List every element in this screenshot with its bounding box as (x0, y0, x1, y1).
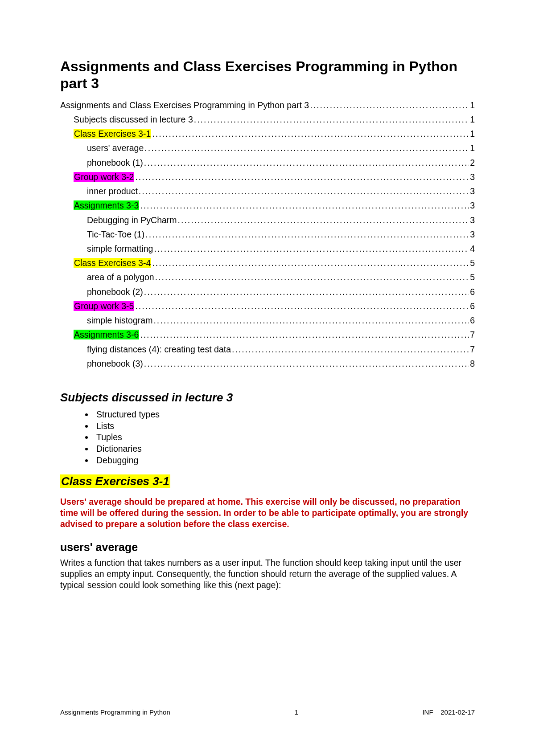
toc-row[interactable]: phonebook (3)8 (87, 357, 475, 370)
toc-page: 8 (470, 357, 475, 370)
toc-row[interactable]: Subjects discussed in lecture 31 (74, 113, 475, 126)
page-footer: Assignments Programming in Python 1 INF … (60, 708, 475, 716)
toc-page: 3 (470, 213, 475, 227)
toc-leader (154, 242, 469, 255)
toc-label: Group work 3-5 (74, 299, 134, 313)
toc-label: simple formatting (87, 242, 153, 255)
toc-highlight: Group work 3-2 (74, 172, 134, 182)
users-average-heading: users' average (60, 541, 475, 554)
section-ce31-heading: Class Exercises 3-1 (60, 474, 475, 488)
toc-page: 5 (470, 270, 475, 284)
list-item: Structured types (94, 409, 475, 421)
toc-leader (140, 199, 469, 212)
toc-row[interactable]: Class Exercises 3-11 (74, 127, 475, 140)
toc-row[interactable]: area of a polygon5 (87, 270, 475, 284)
toc-row[interactable]: users' average1 (87, 141, 475, 155)
toc-page: 3 (470, 184, 475, 198)
toc-page: 1 (470, 98, 475, 112)
toc-row[interactable]: Group work 3-23 (74, 170, 475, 184)
toc-highlight: Assignments 3-3 (74, 200, 139, 210)
ce31-warning-note: Users' average should be prepared at hom… (60, 496, 475, 530)
toc-label: Group work 3-2 (74, 170, 134, 184)
toc-highlight: Group work 3-5 (74, 301, 134, 311)
page: Assignments and Class Exercises Programm… (0, 0, 535, 756)
toc-label: Tic-Tac-Toe (1) (87, 228, 144, 241)
toc-row[interactable]: flying distances (4): creating test data… (87, 343, 475, 356)
toc-row[interactable]: simple formatting4 (87, 242, 475, 255)
toc-leader (232, 343, 469, 356)
toc-leader (139, 184, 469, 198)
toc-label: Class Exercises 3-4 (74, 256, 151, 270)
toc-highlight: Assignments 3-6 (74, 330, 139, 339)
toc-row[interactable]: Assignments and Class Exercises Programm… (60, 98, 475, 112)
toc-label: Debugging in PyCharm (87, 213, 177, 227)
toc-label: phonebook (1) (87, 156, 143, 169)
toc-label: flying distances (4): creating test data (87, 343, 231, 356)
toc-leader (144, 141, 469, 155)
footer-right: INF – 2021-02-17 (422, 708, 475, 716)
toc-page: 7 (470, 328, 475, 341)
toc-leader (145, 228, 469, 241)
toc-row[interactable]: simple histogram6 (87, 314, 475, 327)
toc-page: 5 (470, 256, 475, 270)
toc-label: phonebook (3) (87, 357, 143, 370)
toc-page: 1 (470, 127, 475, 140)
page-title: Assignments and Class Exercises Programm… (60, 58, 475, 92)
toc-page: 6 (470, 285, 475, 298)
toc-leader (152, 127, 469, 140)
users-average-body: Writes a function that takes numbers as … (60, 557, 475, 591)
toc-row[interactable]: Group work 3-56 (74, 299, 475, 313)
list-item: Debugging (94, 455, 475, 466)
toc-label: Assignments 3-3 (74, 199, 139, 212)
toc-leader (144, 285, 469, 298)
toc-row[interactable]: phonebook (2)6 (87, 285, 475, 298)
toc-label: area of a polygon (87, 270, 154, 284)
toc-leader (140, 328, 469, 341)
toc-leader (155, 270, 469, 284)
toc-leader (153, 314, 469, 327)
toc-page: 3 (470, 170, 475, 184)
toc-leader (178, 213, 469, 227)
toc-label: phonebook (2) (87, 285, 143, 298)
toc-label: Class Exercises 3-1 (74, 127, 151, 140)
toc-highlight: Class Exercises 3-4 (74, 258, 151, 268)
toc-row[interactable]: Debugging in PyCharm3 (87, 213, 475, 227)
toc-row[interactable]: Tic-Tac-Toe (1)3 (87, 228, 475, 241)
toc-page: 3 (470, 199, 475, 212)
toc-row[interactable]: phonebook (1)2 (87, 156, 475, 169)
toc-row[interactable]: Assignments 3-67 (74, 328, 475, 341)
toc-page: 3 (470, 228, 475, 241)
list-item: Lists (94, 421, 475, 432)
toc-label: inner product (87, 184, 138, 198)
toc-leader (135, 299, 469, 313)
section-subjects-heading: Subjects discussed in lecture 3 (60, 391, 475, 405)
toc-page: 6 (470, 299, 475, 313)
toc-page: 7 (470, 343, 475, 356)
toc-highlight: Class Exercises 3-1 (74, 129, 151, 139)
list-item: Dictionaries (94, 443, 475, 455)
toc-row[interactable]: inner product3 (87, 184, 475, 198)
toc-label: users' average (87, 141, 144, 155)
toc-label: Subjects discussed in lecture 3 (74, 113, 193, 126)
list-item: Tuples (94, 432, 475, 443)
toc-label: simple histogram (87, 314, 152, 327)
footer-left: Assignments Programming in Python (60, 708, 170, 716)
toc-leader (135, 170, 469, 184)
toc-leader (310, 98, 469, 112)
toc-leader (152, 256, 469, 270)
toc-page: 1 (470, 113, 475, 126)
toc-row[interactable]: Assignments 3-33 (74, 199, 475, 212)
toc-label: Assignments 3-6 (74, 328, 139, 341)
subjects-list: Structured typesListsTuplesDictionariesD… (60, 409, 475, 466)
table-of-contents: Assignments and Class Exercises Programm… (60, 98, 475, 370)
footer-page-number: 1 (294, 708, 298, 716)
toc-row[interactable]: Class Exercises 3-45 (74, 256, 475, 270)
toc-page: 4 (470, 242, 475, 255)
toc-leader (144, 357, 469, 370)
toc-page: 6 (470, 314, 475, 327)
toc-leader (194, 113, 469, 126)
toc-page: 1 (470, 141, 475, 155)
toc-leader (144, 156, 469, 169)
toc-label: Assignments and Class Exercises Programm… (60, 98, 309, 112)
toc-page: 2 (470, 156, 475, 169)
